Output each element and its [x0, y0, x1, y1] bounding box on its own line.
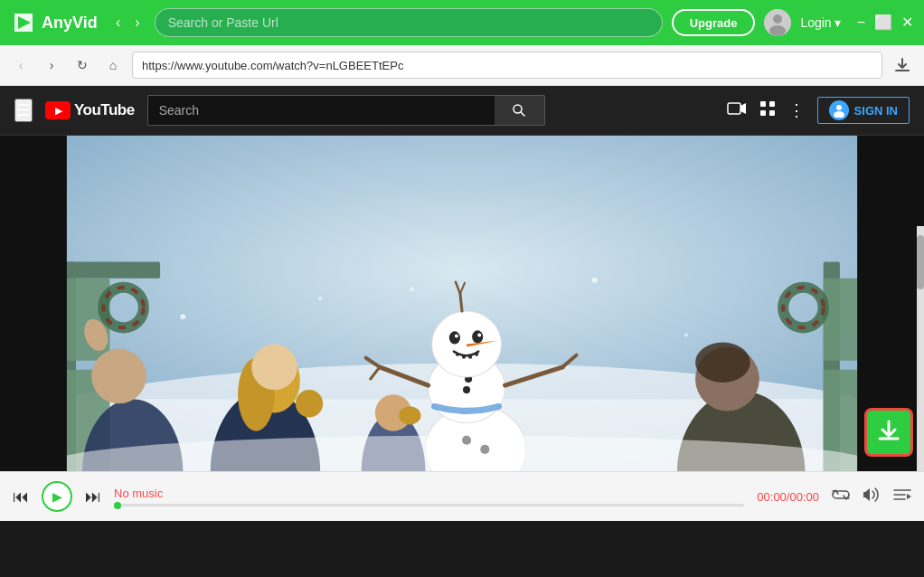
maximize-button[interactable]: ⬜: [874, 15, 892, 30]
track-info: No music: [114, 487, 744, 506]
url-bar[interactable]: https://www.youtube.com/watch?v=nLGBEETt…: [132, 52, 882, 79]
video-scene: [0, 136, 924, 471]
svg-point-4: [769, 25, 786, 36]
svg-point-52: [449, 331, 460, 344]
scrollbar[interactable]: [917, 226, 924, 471]
video-area: [0, 136, 924, 471]
svg-marker-78: [907, 494, 911, 499]
download-arrow-icon: [876, 418, 901, 447]
close-button[interactable]: ✕: [901, 15, 913, 30]
browser-back-button[interactable]: ‹: [9, 53, 33, 77]
title-bar: AnyVid ‹ › Upgrade Login ▾ − ⬜ ✕: [0, 0, 924, 45]
app-name: AnyVid: [42, 14, 98, 33]
browser-forward-button[interactable]: ›: [40, 53, 63, 77]
svg-point-55: [477, 333, 481, 336]
youtube-logo-text: YouTube: [74, 101, 135, 119]
svg-point-56: [456, 353, 459, 356]
minimize-button[interactable]: −: [857, 15, 865, 30]
url-text: https://www.youtube.com/watch?v=nLGBEETt…: [142, 59, 403, 72]
time-display: 00:00/00:00: [757, 490, 819, 504]
svg-rect-10: [769, 101, 775, 107]
logo-area: AnyVid: [11, 10, 101, 35]
track-progress-bar[interactable]: [114, 504, 744, 506]
browser-home-button[interactable]: ⌂: [101, 53, 125, 77]
youtube-search-input[interactable]: [147, 95, 495, 126]
upgrade-button[interactable]: Upgrade: [672, 9, 756, 36]
youtube-search-button[interactable]: [495, 95, 545, 126]
player-bar: ⏮ ▶ ⏭ No music 00:00/00:00: [0, 471, 924, 521]
forward-arrow-button[interactable]: ›: [129, 11, 145, 34]
nav-arrows: ‹ ›: [110, 11, 146, 34]
svg-point-14: [834, 111, 844, 118]
next-track-button[interactable]: ⏭: [85, 487, 101, 506]
youtube-signin-label: SIGN IN: [854, 104, 898, 118]
youtube-more-button[interactable]: ⋮: [788, 100, 805, 120]
search-input[interactable]: [168, 15, 649, 30]
svg-point-70: [684, 333, 688, 336]
back-arrow-button[interactable]: ‹: [110, 11, 126, 34]
svg-rect-9: [760, 101, 766, 107]
play-button[interactable]: ▶: [42, 481, 72, 512]
volume-button[interactable]: [863, 487, 881, 507]
youtube-grid-button[interactable]: [759, 100, 776, 121]
svg-point-51: [432, 311, 502, 377]
svg-point-66: [695, 343, 750, 383]
svg-line-6: [521, 112, 524, 116]
youtube-logo-icon: [45, 101, 71, 119]
youtube-signin-avatar: [829, 100, 849, 120]
youtube-menu-button[interactable]: ☰: [14, 99, 33, 122]
svg-rect-12: [769, 110, 775, 116]
window-controls: − ⬜ ✕: [857, 15, 913, 30]
svg-point-67: [180, 314, 185, 319]
svg-line-61: [460, 294, 462, 311]
youtube-video-camera-button[interactable]: [727, 101, 747, 120]
svg-rect-7: [728, 103, 740, 114]
download-overlay-button[interactable]: [864, 408, 913, 457]
user-avatar: [764, 9, 791, 36]
svg-point-59: [475, 353, 478, 356]
svg-rect-19: [60, 261, 160, 278]
svg-point-58: [468, 355, 472, 359]
svg-point-69: [592, 278, 598, 283]
previous-track-button[interactable]: ⏮: [13, 487, 29, 506]
playlist-button[interactable]: [893, 487, 911, 507]
svg-point-3: [773, 14, 782, 24]
svg-point-68: [318, 297, 322, 300]
anyvid-logo-icon: [11, 10, 36, 35]
svg-point-30: [91, 349, 146, 404]
track-name: No music: [114, 487, 744, 500]
svg-point-39: [399, 406, 420, 424]
browser-download-button[interactable]: [890, 52, 915, 78]
svg-point-53: [472, 330, 483, 343]
track-progress-dot: [114, 502, 121, 509]
svg-point-13: [836, 105, 842, 110]
youtube-signin-button[interactable]: SIGN IN: [817, 97, 910, 124]
svg-rect-11: [760, 110, 766, 116]
login-button[interactable]: Login ▾: [800, 15, 840, 30]
search-bar[interactable]: [155, 8, 663, 37]
svg-marker-8: [740, 103, 746, 114]
youtube-right-icons: ⋮ SIGN IN: [727, 97, 910, 124]
youtube-search-container: [147, 95, 545, 126]
svg-point-50: [463, 386, 470, 393]
repeat-button[interactable]: [832, 487, 850, 506]
svg-point-54: [455, 334, 458, 337]
browser-refresh-button[interactable]: ↻: [71, 53, 94, 77]
svg-point-36: [296, 390, 323, 417]
youtube-logo: YouTube: [45, 101, 135, 119]
svg-point-57: [462, 355, 466, 359]
youtube-header: ☰ YouTube ⋮: [0, 86, 924, 136]
svg-point-71: [410, 287, 414, 291]
browser-bar: ‹ › ↻ ⌂ https://www.youtube.com/watch?v=…: [0, 45, 924, 86]
scrollbar-thumb[interactable]: [917, 235, 924, 289]
svg-rect-73: [0, 136, 67, 471]
svg-point-35: [251, 345, 297, 391]
